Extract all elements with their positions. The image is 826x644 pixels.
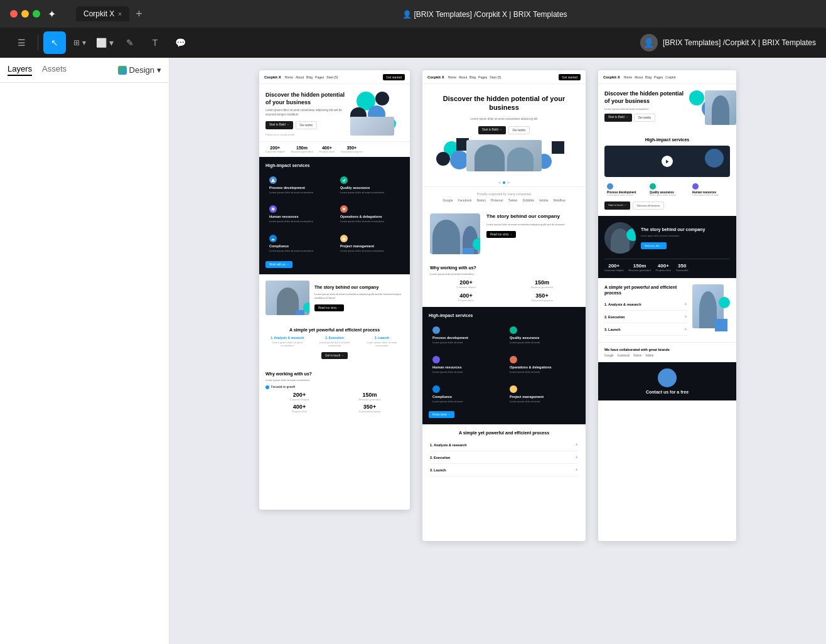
f2-service-icon-3 — [432, 356, 440, 363]
frame2-brands-label: Proudly supported by many companies — [430, 192, 578, 196]
frame2-nav: Corpkit X Home About Blog Pages Start (5… — [422, 70, 586, 84]
close-button[interactable] — [10, 10, 18, 18]
frame2-whyus: Why working with us? Lorem ipsum dolor s… — [422, 260, 586, 307]
frame1-about-cta[interactable]: Read our story → — [314, 304, 344, 311]
frame3-nav-links: Home About Blog Pages Corpkit — [624, 75, 675, 79]
f3-accordion-1: 1. Analysis & research + — [604, 298, 687, 311]
frame2-about-cta[interactable]: Read our story → — [486, 231, 516, 238]
f3-stat-1: 200+ Customer helped — [604, 263, 623, 272]
f2-service-desc-5: Lorem ipsum dolor sit amet — [432, 400, 498, 404]
frame2-services-cta[interactable]: Know more → — [429, 411, 454, 418]
frame2-about-desc: Lorem ipsum dolor sit amet consectetur a… — [486, 223, 578, 227]
tab-corpkit[interactable]: Corpkit X × — [76, 6, 129, 21]
frame1-nav-links: Home About Blog Pages Start (5) — [285, 75, 338, 79]
frame1-hero-btns: Start to Build → Our works — [266, 121, 345, 129]
f3-service-desc-3: Lorem ipsum dolor sit amet — [692, 194, 727, 196]
text-tool[interactable]: T — [144, 31, 166, 54]
f3-accordion-icon-1[interactable]: + — [684, 301, 687, 307]
f2-service-desc-6: Lorem ipsum dolor sit amet — [510, 400, 576, 404]
frame3-service-cta1[interactable]: Start to touch → — [604, 201, 630, 210]
frame-tool[interactable]: ⊞ ▾ — [68, 31, 91, 54]
f2-stat-2: 150m Revenue generated — [506, 279, 578, 289]
frame2-hero: Discover the hidden potential of your bu… — [422, 84, 586, 179]
frame3-about-cta[interactable]: Welcome this → — [641, 242, 667, 249]
frame1-process-steps: 1. Analysis & research Lorem ipsum dolor… — [266, 336, 404, 348]
user-avatar[interactable]: 👤 — [640, 34, 658, 51]
frame2-shape-7 — [552, 141, 564, 154]
frame1-about-desc: Lorem ipsum dolor sit amet consectetur a… — [314, 292, 404, 300]
comment-tool[interactable]: 💬 — [169, 31, 191, 54]
frame1-hero-shapes — [350, 92, 404, 136]
frame1-nav-home: Home — [285, 75, 293, 79]
frame3-btn1[interactable]: Start to Build → — [604, 114, 632, 122]
frame3-play-button[interactable] — [662, 156, 673, 167]
toolbar-right: 👤 [BRIX Templates] /Corpkit X | BRIX Tem… — [640, 34, 816, 51]
f3-accordion-header-3: 3. Launch + — [604, 326, 687, 332]
f3-stat-2: 150m Revenue generated — [628, 263, 650, 272]
f2-accordion-icon-3[interactable]: + — [575, 467, 578, 473]
frame3-btn2[interactable]: Our works — [634, 114, 656, 122]
process-step-1: 1. Analysis & research Lorem ipsum dolor… — [266, 336, 309, 348]
f2-accordion-icon-1[interactable]: + — [575, 442, 578, 448]
frame1-about: The story behind our company Lorem ipsum… — [259, 274, 410, 321]
menu-button[interactable]: ☰ — [10, 31, 33, 54]
frame1-btn-secondary[interactable]: Our works — [296, 121, 318, 129]
svg-point-0 — [272, 208, 275, 211]
brand-notion: Notion — [476, 198, 485, 202]
shape-tool[interactable]: ⬜ ▾ — [94, 31, 116, 54]
frame2-btn1[interactable]: Start to Build → — [478, 126, 506, 134]
frame1-social: Follow us on social media — [266, 133, 345, 136]
brand-google: Google — [442, 198, 453, 202]
f2-accordion-icon-2[interactable]: + — [575, 454, 578, 460]
minimize-button[interactable] — [21, 10, 29, 18]
maximize-button[interactable] — [33, 10, 40, 18]
frame1-process-title: A simple yet powerful and efficient proc… — [266, 328, 404, 332]
frame3-service-cta2[interactable]: Discover all services — [633, 201, 664, 210]
design-tab[interactable]: Design ▾ — [118, 65, 161, 75]
f2-service-3: Human resources Lorem ipsum dolor sit am… — [429, 352, 502, 378]
f2-service-desc-4: Lorem ipsum dolor sit amet — [510, 370, 576, 374]
frame1-hero-title: Discover the hidden potential of your bu… — [266, 92, 345, 106]
frame2-about-content: The story behind our company Lorem ipsum… — [486, 213, 578, 254]
breadcrumb-text: [BRIX Templates] /Corpkit X | BRIX Templ… — [414, 10, 567, 19]
whyus-stat-3: 400+ Projects done — [266, 404, 333, 413]
f3-stat-4-label: Successful — [676, 269, 688, 272]
frame2-services-grid: Process development Lorem ipsum dolor si… — [429, 323, 579, 407]
frame2-btn2[interactable]: Our works — [508, 126, 530, 134]
f2-service-2: Quality assurance Lorem ipsum dolor sit … — [506, 323, 579, 348]
whyus-stat-3-num: 400+ — [266, 404, 333, 410]
svg-marker-3 — [666, 159, 669, 163]
frame1-services-cta[interactable]: Work with us → — [266, 261, 292, 268]
frame2-hero-title: Discover the hidden potential of your bu… — [431, 94, 577, 112]
frame1-btn-primary[interactable]: Start to Build → — [266, 121, 293, 129]
frame3-about: The story behind our company Lorem ipsum… — [598, 216, 736, 278]
frame3-process-img-area — [692, 284, 730, 335]
tab-close-icon[interactable]: × — [118, 11, 122, 18]
f3-stat-2-num: 150m — [628, 263, 650, 269]
breadcrumb-path: 👤 [BRIX Templates] /Corpkit X | BRIX Tem… — [402, 10, 567, 19]
brand-pinterest: Pinterest — [491, 198, 503, 202]
f2-stat-2-num: 150m — [506, 279, 578, 286]
assets-tab[interactable]: Assets — [42, 64, 67, 76]
f3-accordion-icon-3[interactable]: + — [684, 326, 687, 332]
panel-tabs: Layers Assets Design ▾ — [0, 58, 169, 83]
frame3-brands-list: Google Facebook Notion Adobe — [604, 354, 730, 357]
service-card-2: Quality assurance Lorem ipsum dolor sit … — [336, 173, 404, 198]
frame3-logo: Corpkit X — [603, 75, 620, 79]
f2-service-icon-1 — [432, 326, 440, 334]
select-tool[interactable]: ↖ — [43, 31, 66, 54]
frame1-process-cta[interactable]: Get in touch → — [321, 352, 348, 359]
service-icon-6 — [340, 235, 348, 242]
frame1-whyus-title: Why working with us? — [266, 372, 404, 376]
service-name-1: Process development — [269, 186, 329, 190]
pen-tool[interactable]: ✎ — [119, 31, 141, 54]
f3-stat-1-num: 200+ — [604, 263, 623, 269]
f2-stat-3: 400+ Projects done — [430, 292, 502, 302]
frame3-hero-desc: Lorem ipsum dolor sit amet consectetur — [604, 107, 685, 110]
frame3-nav-home: Home — [624, 75, 632, 79]
frame1-hero-desc: Lorem ipsum dolor sit amet consectetur a… — [266, 109, 345, 117]
f3-accordion-icon-2[interactable]: + — [684, 314, 687, 319]
layers-tab[interactable]: Layers — [8, 64, 32, 76]
tab-add-button[interactable]: + — [132, 8, 146, 21]
f3-accordion-header-2: 2. Execution + — [604, 314, 687, 319]
